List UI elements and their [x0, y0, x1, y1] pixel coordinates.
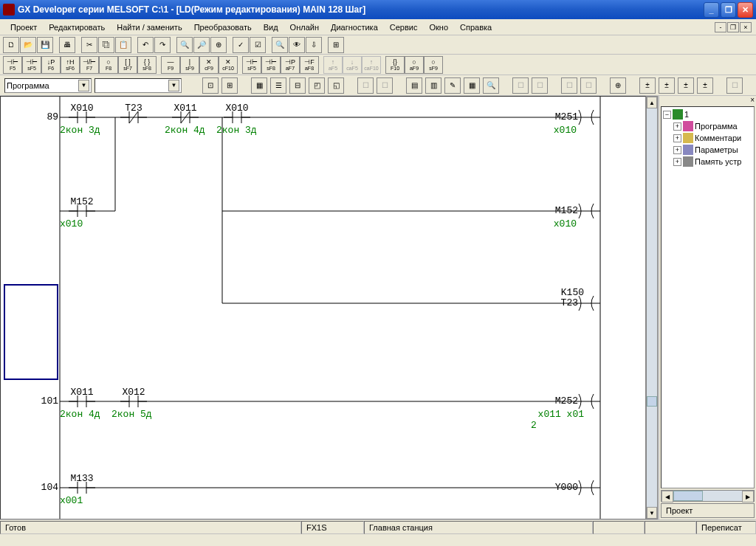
- copy-button[interactable]: ⿻: [98, 37, 114, 53]
- menu-project[interactable]: Проект: [4, 21, 43, 33]
- paste-button[interactable]: 📋: [115, 37, 131, 53]
- cut-button[interactable]: ✂: [81, 37, 97, 53]
- mdi-restore[interactable]: ❐: [727, 22, 739, 32]
- ladder-editor[interactable]: 89X0102кон 3дT23X0112кон 4дX0102кон 3дM2…: [0, 96, 646, 519]
- scroll-down-button[interactable]: ▼: [647, 507, 657, 519]
- fkey-sF9[interactable]: ○sF9: [424, 56, 443, 74]
- menu-find[interactable]: Найти / заменить: [111, 21, 188, 33]
- tb-icon-16[interactable]: ☐: [532, 77, 548, 94]
- panel-close-icon[interactable]: ×: [659, 96, 756, 106]
- zoom-button[interactable]: 🔍: [272, 37, 288, 53]
- find-coil-button[interactable]: ⊕: [210, 37, 227, 53]
- fkey-F7[interactable]: ⊣/⊢F7: [80, 56, 99, 74]
- print-button[interactable]: 🖶: [59, 37, 75, 53]
- fkey-F6[interactable]: ↓PF6: [41, 56, 61, 74]
- fkey-aF8[interactable]: ⊣FaF8: [300, 56, 319, 74]
- fkey-sF8[interactable]: ⊣⊢sF8: [261, 56, 281, 74]
- tree-item-program[interactable]: + Программа: [663, 120, 752, 132]
- save-button[interactable]: 💾: [37, 37, 53, 53]
- fkey-aF9[interactable]: ○aF9: [405, 56, 424, 74]
- tb-icon-14[interactable]: 🔍: [483, 77, 499, 94]
- menu-convert[interactable]: Преобразовать: [188, 21, 258, 33]
- tb-icon-19[interactable]: ⊕: [610, 77, 626, 94]
- tb-icon-13[interactable]: ▦: [464, 77, 480, 94]
- tb-icon-20[interactable]: ±: [639, 77, 656, 94]
- find-contact-button[interactable]: 🔎: [193, 37, 210, 53]
- expand-icon[interactable]: +: [673, 122, 681, 131]
- tree-item-parameters[interactable]: + Параметры: [663, 144, 752, 156]
- scroll-thumb[interactable]: [673, 491, 703, 501]
- expand-icon[interactable]: +: [673, 146, 681, 154]
- expand-icon[interactable]: +: [673, 158, 681, 166]
- redo-button[interactable]: ↷: [154, 37, 171, 53]
- monitor2-button[interactable]: ⊞: [328, 37, 344, 53]
- minimize-button[interactable]: _: [704, 2, 719, 18]
- scroll-thumb[interactable]: [647, 396, 657, 407]
- project-tree[interactable]: − 1 + Программа + Комментари + Параметры…: [661, 106, 755, 488]
- panel-tab-project[interactable]: Проект: [661, 503, 755, 518]
- open-button[interactable]: 📂: [20, 37, 36, 53]
- fkey-F10[interactable]: {}F10: [385, 56, 405, 74]
- import-button[interactable]: ⇩: [306, 37, 322, 53]
- convert-button[interactable]: ✓: [233, 37, 249, 53]
- find-device-button[interactable]: 🔍: [176, 37, 193, 53]
- tb-icon-3[interactable]: ▦: [251, 77, 267, 94]
- tb-icon-24[interactable]: ☐: [726, 77, 743, 94]
- tb-icon-15[interactable]: ☐: [512, 77, 529, 94]
- tb-icon-6[interactable]: ◰: [309, 77, 325, 94]
- tree-item-memory[interactable]: + Память устр: [663, 156, 752, 167]
- menu-online[interactable]: Онлайн: [284, 21, 325, 33]
- tb-icon-5[interactable]: ⊟: [289, 77, 306, 94]
- tree-item-comments[interactable]: + Комментари: [663, 132, 752, 144]
- menu-help[interactable]: Справка: [454, 21, 498, 33]
- collapse-icon[interactable]: −: [663, 111, 671, 119]
- tb-icon-4[interactable]: ☰: [270, 77, 286, 94]
- tb-icon-18[interactable]: ☐: [580, 77, 597, 94]
- tree-hscrollbar[interactable]: ◀ ▶: [661, 490, 755, 502]
- scroll-left-button[interactable]: ◀: [662, 491, 673, 502]
- check-button[interactable]: ☑: [250, 37, 266, 53]
- fkey-sF7[interactable]: [ ]sF7: [118, 56, 137, 74]
- fkey-cF9[interactable]: ✕cF9: [199, 56, 219, 74]
- close-button[interactable]: ✕: [738, 2, 753, 18]
- vertical-scrollbar[interactable]: ▲ ▼: [646, 96, 658, 519]
- program-combo[interactable]: Программа ▼: [4, 78, 92, 93]
- fkey-sF6[interactable]: ↑HsF6: [61, 56, 80, 74]
- maximize-button[interactable]: ❐: [721, 2, 736, 18]
- fkey-sF9[interactable]: |sF9: [180, 56, 199, 74]
- tb-icon-22[interactable]: ±: [678, 77, 694, 94]
- tb-icon-8[interactable]: ☐: [357, 77, 374, 94]
- fkey-sF5[interactable]: ⊣⊢sF5: [22, 56, 41, 74]
- fkey-aF7[interactable]: ⊣PaF7: [281, 56, 300, 74]
- mdi-minimize[interactable]: -: [715, 22, 726, 32]
- tb-icon-12[interactable]: ✎: [444, 77, 461, 94]
- monitor-button[interactable]: 👁: [289, 37, 305, 53]
- tb-icon-21[interactable]: ±: [659, 77, 675, 94]
- fkey-F5[interactable]: ⊣⊢F5: [3, 56, 22, 74]
- device-combo[interactable]: ▼: [94, 78, 182, 93]
- tb-icon-2[interactable]: ⊞: [221, 77, 238, 94]
- fkey-F8[interactable]: ○F8: [99, 56, 118, 74]
- expand-icon[interactable]: +: [673, 134, 681, 142]
- fkey-cF10[interactable]: ✕cF10: [219, 56, 238, 74]
- fkey-sF5[interactable]: ⊣⊢sF5: [242, 56, 261, 74]
- new-button[interactable]: 🗋: [3, 37, 19, 53]
- tb-icon-7[interactable]: ◱: [328, 77, 344, 94]
- tb-icon-9[interactable]: ☐: [377, 77, 393, 94]
- tb-icon-1[interactable]: ⊡: [202, 77, 219, 94]
- tb-icon-11[interactable]: ▥: [425, 77, 441, 94]
- tb-icon-10[interactable]: ▤: [406, 77, 422, 94]
- mdi-close[interactable]: ×: [740, 22, 752, 32]
- tb-icon-17[interactable]: ☐: [561, 77, 577, 94]
- tb-icon-23[interactable]: ±: [697, 77, 713, 94]
- fkey-sF8[interactable]: { }sF8: [137, 56, 157, 74]
- tree-root[interactable]: − 1: [663, 108, 752, 120]
- menu-edit[interactable]: Редактировать: [43, 21, 111, 33]
- scroll-right-button[interactable]: ▶: [742, 491, 754, 502]
- menu-tools[interactable]: Сервис: [384, 21, 424, 33]
- scroll-up-button[interactable]: ▲: [647, 97, 657, 108]
- undo-button[interactable]: ↶: [137, 37, 154, 53]
- menu-view[interactable]: Вид: [258, 21, 284, 33]
- menu-window[interactable]: Окно: [423, 21, 454, 33]
- fkey-F9[interactable]: —F9: [161, 56, 180, 74]
